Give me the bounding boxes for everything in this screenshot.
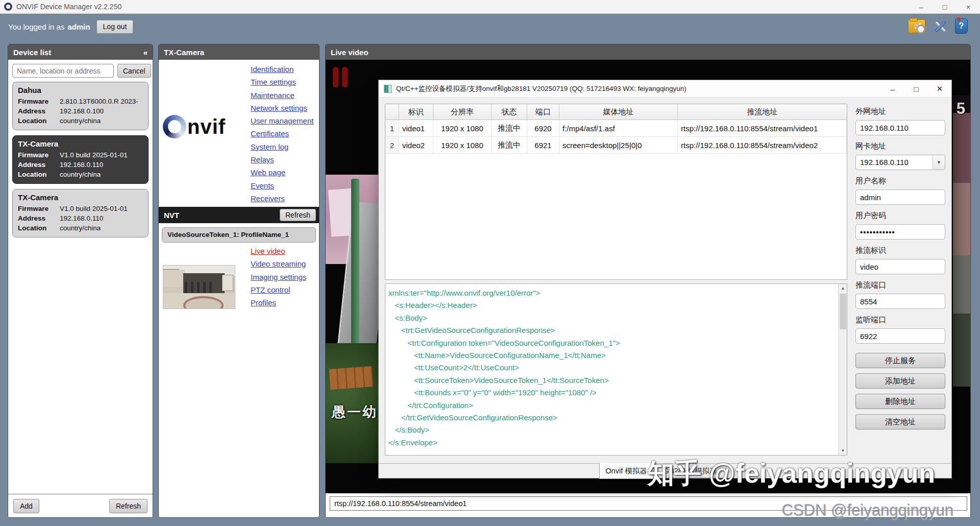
link-relays[interactable]: Relays (251, 153, 313, 166)
col-media-address[interactable]: 媒体地址 (559, 104, 678, 119)
link-identification[interactable]: Identification (251, 63, 313, 76)
address-value: 192.168.0.100 (60, 106, 104, 116)
stream-id-input[interactable] (855, 259, 945, 274)
scrollbar-thumb[interactable] (840, 294, 846, 329)
col-id[interactable]: 标识 (399, 104, 433, 119)
dialog-minimize-icon[interactable]: – (881, 80, 904, 98)
location-value: country/china (60, 116, 101, 126)
col-stream-address[interactable]: 推流地址 (678, 104, 847, 119)
device-search-input[interactable] (12, 64, 114, 78)
table-row[interactable]: 1 video1 1920 x 1080 推流中 6920 f:/mp4/asf… (385, 120, 847, 137)
cell-resolution: 1920 x 1080 (433, 137, 492, 154)
dialog-close-icon[interactable]: ✕ (928, 80, 951, 98)
xml-line: <tt:SourceToken>VideoSourceToken_1</tt:S… (388, 374, 838, 387)
link-imaging-settings[interactable]: Imaging settings (251, 271, 306, 283)
tab-gb28181-simulator[interactable]: GB28181模拟器 (654, 464, 726, 478)
link-profiles[interactable]: Profiles (251, 296, 306, 309)
tools-icon[interactable] (933, 18, 948, 34)
listen-port-label: 监听端口 (855, 315, 945, 326)
stop-service-button[interactable]: 停止服务 (855, 353, 945, 368)
firmware-label: Firmware (18, 204, 60, 213)
col-port[interactable]: 端口 (527, 104, 559, 119)
firmware-value: V1.0 build 2025-01-01 (60, 150, 128, 160)
logout-button[interactable]: Log out (96, 20, 134, 34)
scrollbar[interactable]: ▲ ▼ (838, 284, 847, 455)
link-web-page[interactable]: Web page (251, 166, 313, 179)
add-address-button[interactable]: 添加地址 (855, 373, 945, 389)
onvif-logo: nvif (163, 115, 226, 138)
device-list-header: Device list « (8, 44, 153, 60)
scroll-down-icon[interactable]: ▼ (839, 446, 847, 455)
link-network-settings[interactable]: Network settings (251, 102, 313, 114)
nvt-title: NVT (164, 211, 179, 220)
clear-address-button[interactable]: 清空地址 (855, 414, 945, 429)
thumb-pattern (183, 296, 223, 309)
link-time-settings[interactable]: Time settings (251, 76, 313, 88)
link-user-management[interactable]: User management (251, 114, 313, 127)
scroll-up-icon[interactable]: ▲ (839, 284, 847, 293)
refresh-devices-button[interactable]: Refresh (109, 499, 148, 513)
app-window: ONVIF Device Manager v2.2.250 – □ × You … (0, 0, 980, 526)
collapse-icon[interactable]: « (143, 48, 148, 57)
tab-onvif-simulator[interactable]: Onvif 模拟器 (599, 463, 653, 479)
cancel-button[interactable]: Cancel (117, 64, 151, 78)
device-location-row: Locationcountry/china (18, 170, 143, 179)
pause-bar (342, 67, 348, 87)
address-value: 192.168.0.110 (60, 160, 103, 170)
add-device-button[interactable]: Add (13, 499, 39, 513)
link-events[interactable]: Events (251, 179, 313, 192)
device-list-title: Device list (13, 48, 51, 57)
help-icon[interactable]: ? (955, 18, 968, 34)
dialog-maximize-icon[interactable]: □ (904, 80, 928, 98)
maximize-icon[interactable]: □ (933, 0, 957, 14)
cell-port: 6920 (527, 120, 559, 137)
device-card-tx-camera-2[interactable]: TX-Camera FirmwareV1.0 build 2025-01-01 … (12, 189, 149, 237)
window-titlebar: ONVIF Device Manager v2.2.250 – □ × (0, 0, 980, 14)
video-caption: 愚一幼 (332, 403, 378, 421)
link-video-streaming[interactable]: Video streaming (251, 257, 306, 270)
col-status[interactable]: 状态 (492, 104, 527, 119)
pause-icon[interactable] (333, 67, 348, 87)
stream-port-input[interactable] (855, 294, 945, 309)
cell-stream-address: rtsp://192.168.0.110:8554/stream/video1 (678, 120, 847, 137)
password-input[interactable] (855, 224, 945, 240)
xml-line: </trt:Configuration> (388, 399, 838, 412)
manage-settings-icon[interactable] (908, 19, 925, 33)
listen-port-input[interactable] (855, 328, 945, 344)
dialog-title: Qt/C++监控设备模拟器/支持onvif和gb28181 V20250719 … (396, 84, 687, 93)
stream-id-label: 推流标识 (855, 246, 945, 257)
device-card-dahua[interactable]: Dahua Firmware2.810.13T6000.0.R 2023- Ad… (12, 82, 149, 130)
window-controls: – □ × (910, 0, 980, 14)
row-number: 2 (385, 137, 399, 154)
video-source-profile[interactable]: VideoSourceToken_1: ProfileName_1 (162, 227, 316, 243)
video-wood-planks (329, 366, 374, 390)
link-system-log[interactable]: System log (251, 140, 313, 153)
delete-address-button[interactable]: 删除地址 (855, 394, 945, 409)
xml-log-box[interactable]: xmlns:ter="http://www.onvif.org/ver10/er… (385, 283, 847, 456)
thumb-board (222, 275, 233, 291)
nic-address-select[interactable]: 192.168.0.110 ▼ (855, 155, 945, 170)
device-search-row: Cancel (8, 60, 153, 82)
wan-address-input[interactable] (855, 120, 945, 135)
close-icon[interactable]: × (957, 0, 980, 14)
table-row[interactable]: 2 video2 1920 x 1080 推流中 6921 screen=des… (385, 137, 847, 154)
dialog-titlebar[interactable]: Qt/C++监控设备模拟器/支持onvif和gb28181 V20250719 … (379, 80, 951, 98)
link-receivers[interactable]: Receivers (251, 192, 313, 205)
video-green-pole (351, 179, 359, 347)
username-input[interactable] (855, 189, 945, 205)
window-title: ONVIF Device Manager v2.2.250 (16, 3, 121, 11)
link-certificates[interactable]: Certificates (251, 127, 313, 140)
link-ptz-control[interactable]: PTZ control (251, 283, 306, 296)
minimize-icon[interactable]: – (910, 0, 933, 14)
link-live-video[interactable]: Live video (251, 245, 306, 257)
link-maintenance[interactable]: Maintenance (251, 89, 313, 102)
device-card-tx-camera-selected[interactable]: TX-Camera FirmwareV1.0 build 2025-01-01 … (12, 135, 149, 184)
device-firmware-row: FirmwareV1.0 build 2025-01-01 (18, 150, 143, 160)
col-resolution[interactable]: 分辨率 (433, 104, 492, 119)
live-thumbnail[interactable] (163, 265, 235, 309)
firmware-value: 2.810.13T6000.0.R 2023- (60, 97, 138, 106)
stream-url-input[interactable] (330, 496, 967, 511)
location-value: country/china (60, 223, 101, 233)
chevron-down-icon[interactable]: ▼ (933, 155, 945, 170)
nvt-refresh-button[interactable]: Refresh (280, 209, 316, 221)
